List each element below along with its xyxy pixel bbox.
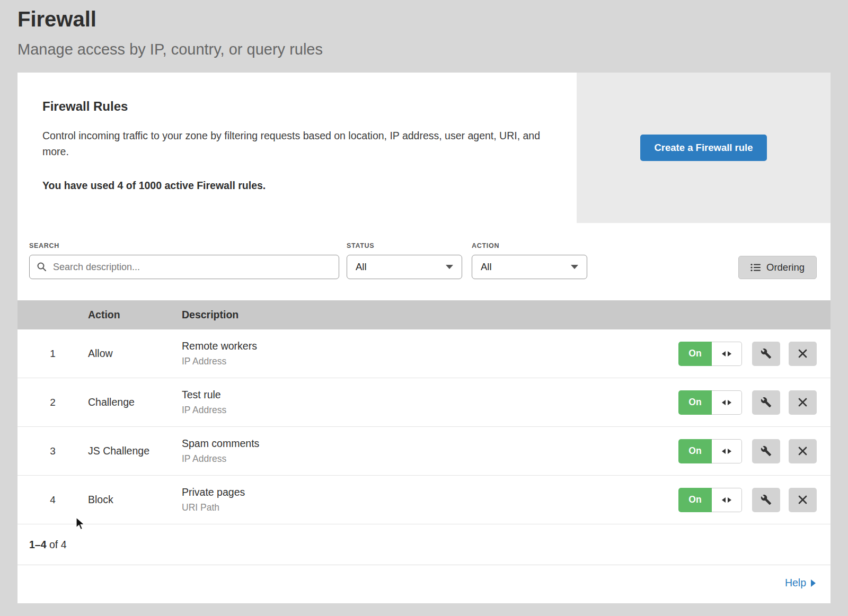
page-header: Firewall Manage access by IP, country, o… xyxy=(0,0,848,58)
page-title: Firewall xyxy=(17,7,831,31)
pagination-suffix: of 4 xyxy=(47,539,67,550)
rule-action: Allow xyxy=(88,347,182,360)
wrench-icon xyxy=(761,494,772,505)
ordering-button-label: Ordering xyxy=(766,262,805,273)
chevron-down-icon xyxy=(446,265,453,269)
edit-rule-button[interactable] xyxy=(752,488,780,512)
main-content: Firewall Rules Control incoming traffic … xyxy=(17,73,831,603)
delete-rule-button[interactable] xyxy=(789,439,817,463)
toggle-on-label: On xyxy=(678,488,712,512)
rule-controls: On xyxy=(678,390,831,415)
wrench-icon xyxy=(761,445,772,457)
rule-action: Challenge xyxy=(88,396,182,408)
rule-controls: On xyxy=(678,439,831,463)
wrench-icon xyxy=(761,348,772,359)
x-icon xyxy=(798,495,807,504)
create-firewall-rule-button[interactable]: Create a Firewall rule xyxy=(640,135,766,161)
rule-description-cell: Remote workers IP Address xyxy=(182,340,678,367)
delete-rule-button[interactable] xyxy=(789,488,817,512)
rule-action: JS Challenge xyxy=(88,445,182,457)
edit-rule-button[interactable] xyxy=(752,439,780,463)
status-label: STATUS xyxy=(347,242,462,249)
toggle-on-label: On xyxy=(678,390,712,415)
header-description: Description xyxy=(182,309,831,321)
toggle-arrows-icon xyxy=(712,342,742,366)
rule-controls: On xyxy=(678,488,831,512)
rule-description: Private pages xyxy=(182,486,678,498)
rule-enable-toggle[interactable]: On xyxy=(678,342,742,366)
toggle-on-label: On xyxy=(678,342,712,366)
rule-description-cell: Test rule IP Address xyxy=(182,389,678,416)
header-action: Action xyxy=(88,309,182,321)
table-row: 1 Allow Remote workers IP Address On xyxy=(17,329,831,378)
rule-priority: 2 xyxy=(17,397,88,408)
toggle-on-label: On xyxy=(678,439,712,463)
x-icon xyxy=(798,447,807,456)
rule-match-type: IP Address xyxy=(182,405,678,416)
rule-action: Block xyxy=(88,494,182,506)
rule-description: Remote workers xyxy=(182,340,678,352)
rule-description-cell: Spam comments IP Address xyxy=(182,438,678,465)
table-header: Action Description xyxy=(17,300,831,329)
rule-controls: On xyxy=(678,342,831,366)
delete-rule-button[interactable] xyxy=(789,342,817,366)
delete-rule-button[interactable] xyxy=(789,390,817,415)
pagination-range: 1–4 xyxy=(29,539,47,550)
action-select[interactable]: All xyxy=(472,255,587,279)
status-select[interactable]: All xyxy=(347,255,462,279)
search-icon xyxy=(37,262,47,272)
rules-panel: SEARCH STATUS All ACTION xyxy=(17,223,831,603)
card-usage-text: You have used 4 of 1000 active Firewall … xyxy=(42,180,551,192)
rule-enable-toggle[interactable]: On xyxy=(678,439,742,463)
filters-bar: SEARCH STATUS All ACTION xyxy=(17,242,831,279)
card-title: Firewall Rules xyxy=(42,99,551,114)
toggle-arrows-icon xyxy=(712,488,742,512)
search-label: SEARCH xyxy=(29,242,339,249)
toggle-arrows-icon xyxy=(712,390,742,415)
rule-description: Spam comments xyxy=(182,438,678,450)
rule-match-type: IP Address xyxy=(182,453,678,465)
rule-priority: 3 xyxy=(17,445,88,457)
edit-rule-button[interactable] xyxy=(752,342,780,366)
create-rule-panel: Create a Firewall rule xyxy=(577,73,831,223)
firewall-rules-table: Action Description 1 Allow Remote worker… xyxy=(17,300,831,524)
help-row: Help xyxy=(17,565,831,603)
rule-enable-toggle[interactable]: On xyxy=(678,488,742,512)
x-icon xyxy=(798,398,807,407)
chevron-down-icon xyxy=(571,265,578,269)
rule-priority: 4 xyxy=(17,494,88,506)
rule-match-type: IP Address xyxy=(182,356,678,367)
firewall-rules-info: Firewall Rules Control incoming traffic … xyxy=(17,73,577,223)
ordering-button[interactable]: Ordering xyxy=(738,256,817,279)
x-icon xyxy=(798,349,807,358)
help-link[interactable]: Help xyxy=(785,577,806,589)
status-select-value: All xyxy=(356,261,367,273)
edit-rule-button[interactable] xyxy=(752,390,780,415)
pagination: 1–4 of 4 xyxy=(17,524,831,565)
rule-priority: 1 xyxy=(17,348,88,360)
card-description: Control incoming traffic to your zone by… xyxy=(42,128,541,159)
wrench-icon xyxy=(761,397,772,408)
rule-match-type: URI Path xyxy=(182,502,678,513)
table-row: 3 JS Challenge Spam comments IP Address … xyxy=(17,427,831,476)
firewall-rules-card: Firewall Rules Control incoming traffic … xyxy=(17,73,831,223)
action-select-value: All xyxy=(481,261,492,273)
toggle-arrows-icon xyxy=(712,439,742,463)
list-ordering-icon xyxy=(750,263,761,272)
search-group: SEARCH xyxy=(29,242,339,279)
rule-enable-toggle[interactable]: On xyxy=(678,390,742,415)
table-row: 2 Challenge Test rule IP Address On xyxy=(17,378,831,427)
action-label: ACTION xyxy=(472,242,587,249)
caret-right-icon xyxy=(811,579,816,587)
rule-description-cell: Private pages URI Path xyxy=(182,486,678,513)
search-input-wrap xyxy=(29,255,339,279)
action-group: ACTION All xyxy=(472,242,587,279)
status-group: STATUS All xyxy=(347,242,462,279)
page-subtitle: Manage access by IP, country, or query r… xyxy=(17,41,831,58)
search-input[interactable] xyxy=(29,255,339,279)
rule-description: Test rule xyxy=(182,389,678,401)
table-row: 4 Block Private pages URI Path On xyxy=(17,476,831,524)
